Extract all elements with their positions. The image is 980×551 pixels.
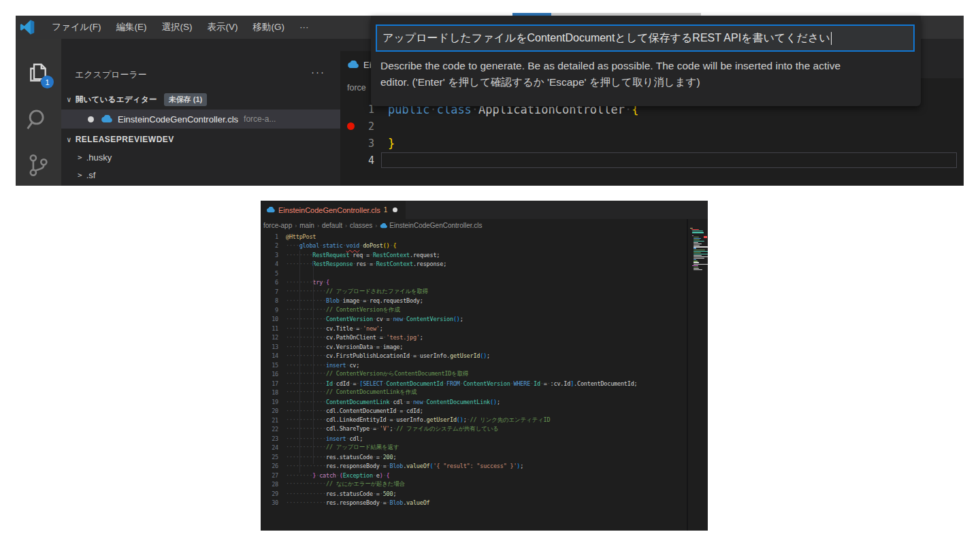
code-line[interactable]: 27········}·catch·(Exception·e)·{ (261, 471, 708, 480)
line-content: ············// アップロードされたファイルを取得 (286, 288, 428, 296)
code-line[interactable]: 19············ContentDocumentLink·cdl·=·… (261, 397, 708, 407)
code-token: ············ (286, 316, 326, 322)
open-editors-label: 開いているエディター (76, 95, 157, 105)
modified-dot-icon[interactable] (88, 116, 94, 122)
menu-item[interactable]: 表示(V) (200, 16, 246, 39)
breadcrumb-item[interactable]: force (347, 83, 366, 93)
line-content: ············cdl.ShareType·=·'V';·// ファイル… (286, 425, 499, 433)
breakpoint-icon[interactable] (347, 122, 355, 130)
code-line[interactable]: 2 (340, 118, 964, 135)
tree-item-sf[interactable]: >.sf (61, 166, 340, 184)
line-number: 3 (261, 252, 286, 258)
workspace-root-label: RELEASEPREVIEWDEV (76, 135, 174, 144)
code-comment: // リンク先のエンティティID (470, 416, 551, 423)
code-line[interactable]: 21············cdl.LinkedEntityId·=·userI… (261, 416, 708, 425)
open-editors-section[interactable]: ∨ 開いているエディター 未保存 (1) (61, 90, 340, 108)
code-line[interactable]: 30············res.responseBody·=·Blob.va… (261, 499, 708, 508)
menu-item[interactable]: ファイル(F) (44, 16, 109, 39)
menu-item[interactable]: 選択(S) (154, 16, 200, 39)
code-line[interactable]: 18············// ContentDocumentLinkを作成 (261, 388, 708, 398)
code-line[interactable]: 16············// ContentVersionからContent… (261, 370, 708, 380)
line-number: 22 (261, 426, 286, 433)
sidebar-actions-icon[interactable]: ··· (311, 66, 325, 78)
open-editor-path: force-a... (244, 114, 276, 124)
breadcrumb-item[interactable]: EinsteinCodeGenController.cls (389, 222, 482, 229)
breadcrumb-item[interactable]: force-app (263, 222, 292, 229)
code-token: ············ (286, 288, 326, 295)
code-line[interactable]: 8············Blob·image·=·req.requestBod… (261, 297, 708, 306)
code-token: cv.Title (326, 325, 353, 332)
menu-item[interactable]: 移動(G) (246, 16, 293, 39)
open-editor-item[interactable]: EinsteinCodeGenController.cls force-a... (61, 110, 340, 129)
code-token: .request; (410, 252, 440, 258)
tree-item-husky[interactable]: >.husky (61, 148, 340, 166)
code-comment: // なにかエラーが起きた場合 (326, 480, 405, 487)
line-content: ············res.statusCode·=·500; (286, 490, 396, 497)
line-number: 3 (340, 137, 388, 150)
code-line[interactable]: 28············// なにかエラーが起きた場合 (261, 480, 708, 490)
code-token: ············ (286, 480, 326, 487)
code-editor[interactable]: 1public·class·ApplicationController·{23}… (340, 101, 964, 169)
apex-file-icon (266, 207, 275, 213)
code-line[interactable]: 3········RestRequest·req·=·RestContext.r… (261, 250, 708, 260)
code-line[interactable]: 17············Id·cdId·=·[SELECT·ContentD… (261, 379, 708, 388)
code-line[interactable]: 1@HttpPost (261, 232, 708, 241)
search-icon[interactable] (25, 107, 51, 133)
quick-input-widget: アップロードしたファイルをContentDocumentとして保存するREST … (371, 16, 921, 106)
code-line[interactable]: 29············res.statusCode·=·500; (261, 489, 708, 499)
code-line[interactable]: 6········try·{ (261, 278, 708, 288)
code-line[interactable]: 10············ContentVersion·cv·=·new·Co… (261, 315, 708, 324)
code-token: { (387, 472, 390, 479)
code-line[interactable]: 15············insert·cv; (261, 361, 708, 370)
explorer-icon[interactable]: 1 (25, 61, 51, 87)
code-line[interactable]: 14············cv.FirstPublishLocationId·… (261, 352, 708, 361)
tree-item-sfdx[interactable]: >.sfdx (61, 184, 340, 186)
code-editor[interactable]: 1@HttpPost2····global·static·void·doPost… (261, 232, 708, 507)
code-line[interactable]: 11············cv.Title·=·'new'; (261, 324, 708, 333)
code-token: cv.VersionData (326, 344, 373, 350)
code-line[interactable]: 24············// アップロード結果を返す (261, 444, 708, 453)
active-tab[interactable]: EinsteinCodeGenController.cls 1 (261, 201, 406, 219)
minimap-line (691, 229, 699, 230)
code-line[interactable]: 5 (261, 269, 708, 278)
menu-item[interactable]: 編集(E) (109, 16, 154, 39)
line-content: ············cv.Title·=·'new'; (286, 325, 383, 332)
indent-guide (313, 260, 314, 464)
code-line[interactable]: 25············res.statusCode·=·200; (261, 452, 708, 462)
prompt-input[interactable]: アップロードしたファイルをContentDocumentとして保存するREST … (376, 24, 915, 52)
code-token: ContentDocumentId (387, 380, 444, 387)
breadcrumb-item[interactable]: classes (350, 222, 372, 229)
code-token: { (393, 242, 396, 249)
code-line[interactable]: 20············cdl.ContentDocumentId·=·cd… (261, 407, 708, 416)
code-line[interactable]: 26············res.responseBody·=·Blob.va… (261, 462, 708, 471)
code-line[interactable]: 4········RestResponse·res·=·RestContext.… (261, 260, 708, 269)
unsaved-dot-icon[interactable] (393, 207, 397, 212)
minimap[interactable] (689, 228, 708, 531)
code-line[interactable]: 4 (340, 152, 964, 169)
vscode-editor-bottom: EinsteinCodeGenController.cls 1 force-ap… (261, 201, 708, 531)
breadcrumb-item[interactable]: default (322, 222, 342, 229)
menu-item[interactable]: ··· (292, 16, 316, 39)
code-token: ; (520, 463, 523, 469)
workspace-root[interactable]: ∨ RELEASEPREVIEWDEV (61, 131, 340, 148)
minimap-line (693, 258, 705, 258)
breadcrumb-item[interactable]: main (299, 222, 314, 229)
code-line[interactable]: 2····global·static·void·doPost()·{ (261, 241, 708, 251)
source-control-icon[interactable] (25, 152, 51, 178)
code-line[interactable]: 22············cdl.ShareType·=·'V';·// ファ… (261, 425, 708, 435)
line-number: 6 (261, 279, 286, 286)
minimap-line (693, 254, 708, 254)
code-token: RestContext (373, 252, 410, 258)
code-token: ············ (286, 325, 326, 332)
minimap-line (693, 244, 702, 244)
code-line[interactable]: 12············cv.PathOnClient·=·'test.jp… (261, 333, 708, 343)
code-line[interactable]: 7············// アップロードされたファイルを取得 (261, 287, 708, 297)
code-line[interactable]: 23············insert·cdl; (261, 434, 708, 444)
code-line[interactable]: 3} (340, 135, 964, 152)
breadcrumb[interactable]: force-app›main›default›classes›EinsteinC… (261, 219, 708, 232)
line-content: ············cv.VersionData·=·image; (286, 344, 403, 350)
code-line[interactable]: 9············// ContentVersionを作成 (261, 305, 708, 315)
code-token: 200 (383, 454, 393, 461)
code-line[interactable]: 13············cv.VersionData·=·image; (261, 342, 708, 352)
code-comment: // アップロードされたファイルを取得 (326, 288, 428, 295)
